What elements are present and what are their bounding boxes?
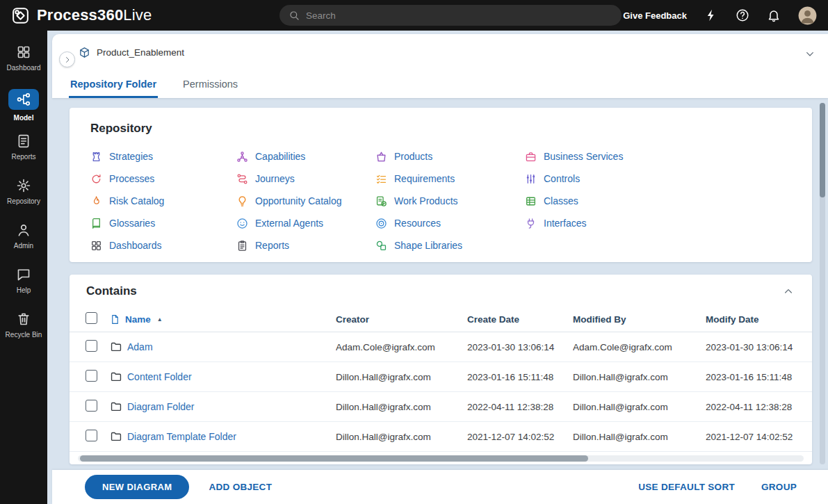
folder-link[interactable]: Diagram Folder bbox=[127, 401, 194, 412]
reports-icon bbox=[16, 133, 31, 149]
column-header-creator[interactable]: Creator bbox=[336, 314, 467, 325]
sidebar-item-recycle-bin[interactable]: Recycle Bin bbox=[0, 311, 47, 356]
repo-link-label: Products bbox=[394, 151, 432, 162]
app-logo[interactable]: Process360Live bbox=[11, 6, 152, 25]
table-body: AdamAdam.Cole@igrafx.com2023-01-30 13:06… bbox=[70, 332, 812, 452]
give-feedback-button[interactable]: Give Feedback bbox=[623, 10, 687, 21]
repo-link-glossaries[interactable]: Glossaries bbox=[90, 218, 236, 229]
repo-link-capabilities[interactable]: Capabilities bbox=[236, 151, 375, 163]
repo-link-products[interactable]: Products bbox=[375, 151, 525, 163]
repo-link-label: Risk Catalog bbox=[109, 195, 164, 206]
table-row[interactable]: Diagram FolderDillon.Hall@igrafx.com2022… bbox=[70, 392, 812, 422]
cell-modified-by: Dillon.Hall@igrafx.com bbox=[573, 372, 706, 382]
repo-link-journeys[interactable]: Journeys bbox=[236, 173, 375, 185]
breadcrumb-label: Product_Enablement bbox=[97, 47, 184, 58]
sidebar-item-help[interactable]: Help bbox=[0, 267, 47, 311]
horizontal-scrollbar-thumb[interactable] bbox=[80, 455, 588, 462]
repo-link-shape-libraries[interactable]: Shape Libraries bbox=[375, 240, 525, 252]
sidebar-item-label: Recycle Bin bbox=[6, 331, 42, 339]
repo-link-risk-catalog[interactable]: Risk Catalog bbox=[90, 195, 236, 207]
new-diagram-button[interactable]: NEW DIAGRAM bbox=[85, 475, 189, 499]
repo-link-classes[interactable]: Classes bbox=[525, 195, 791, 207]
cell-create-date: 2023-01-16 15:11:48 bbox=[467, 372, 573, 382]
collapse-header-chevron-icon[interactable] bbox=[804, 49, 815, 60]
expand-panel-button[interactable] bbox=[59, 51, 75, 67]
column-header-modified-by[interactable]: Modified By bbox=[573, 314, 706, 325]
collapse-contains-chevron-icon[interactable] bbox=[783, 286, 794, 297]
notifications-bell-icon[interactable] bbox=[767, 8, 781, 22]
sidebar-item-model[interactable]: Model bbox=[0, 89, 47, 133]
row-checkbox[interactable] bbox=[86, 400, 97, 412]
igrafx-logo-icon bbox=[11, 6, 30, 25]
search-input[interactable] bbox=[306, 10, 612, 21]
folder-link[interactable]: Adam bbox=[127, 341, 153, 352]
sidebar-item-label: Admin bbox=[14, 242, 33, 250]
column-header-create-date[interactable]: Create Date bbox=[467, 314, 573, 325]
products-icon bbox=[375, 151, 387, 163]
repo-link-reports[interactable]: Reports bbox=[236, 240, 375, 252]
repo-link-requirements[interactable]: Requirements bbox=[375, 173, 525, 185]
table-row[interactable]: Diagram Template FolderDillon.Hall@igraf… bbox=[70, 422, 812, 452]
column-header-name[interactable]: Name▲ bbox=[110, 314, 336, 325]
repository-links-grid: StrategiesProcessesRisk CatalogGlossarie… bbox=[90, 145, 791, 257]
repo-link-dashboards[interactable]: Dashboards bbox=[90, 240, 236, 252]
vertical-scrollbar-thumb[interactable] bbox=[820, 103, 825, 197]
folder-icon bbox=[110, 371, 122, 383]
row-checkbox[interactable] bbox=[86, 340, 97, 352]
sidebar-item-admin[interactable]: Admin bbox=[0, 222, 47, 267]
select-all-checkbox[interactable] bbox=[86, 312, 97, 324]
cell-create-date: 2023-01-30 13:06:14 bbox=[467, 342, 573, 352]
repo-link-external-agents[interactable]: External Agents bbox=[236, 218, 375, 229]
repo-link-label: Work Products bbox=[394, 195, 458, 206]
repo-link-label: Classes bbox=[544, 195, 578, 206]
processes-icon bbox=[90, 173, 102, 185]
repo-link-label: Shape Libraries bbox=[394, 240, 462, 251]
cell-modify-date: 2023-01-30 13:06:14 bbox=[706, 342, 812, 352]
row-checkbox[interactable] bbox=[86, 370, 97, 382]
report-clipboard-icon bbox=[236, 240, 248, 252]
folder-link[interactable]: Content Folder bbox=[127, 371, 192, 382]
column-header-modify-date[interactable]: Modify Date bbox=[706, 314, 812, 325]
help-icon[interactable] bbox=[736, 8, 749, 22]
sidebar-item-reports[interactable]: Reports bbox=[0, 133, 47, 178]
tab-repository-folder[interactable]: Repository Folder bbox=[69, 79, 158, 98]
repo-link-label: Reports bbox=[255, 240, 289, 251]
admin-icon bbox=[16, 222, 31, 238]
table-row[interactable]: AdamAdam.Cole@igrafx.com2023-01-30 13:06… bbox=[70, 332, 812, 362]
use-default-sort-button[interactable]: USE DEFAULT SORT bbox=[638, 482, 735, 492]
model-icon bbox=[8, 89, 39, 110]
table-row[interactable]: Content FolderDillon.Hall@igrafx.com2023… bbox=[70, 362, 812, 392]
top-actions: Give Feedback bbox=[623, 6, 817, 25]
repo-link-interfaces[interactable]: Interfaces bbox=[525, 218, 791, 229]
sidebar-item-repository[interactable]: Repository bbox=[0, 178, 47, 222]
repo-link-resources[interactable]: Resources bbox=[375, 218, 525, 229]
cell-modify-date: 2022-04-11 12:38:28 bbox=[706, 402, 812, 412]
repo-link-strategies[interactable]: Strategies bbox=[90, 151, 236, 163]
repo-link-work-products[interactable]: Work Products bbox=[375, 195, 525, 207]
sidebar-nav: DashboardModelReportsRepositoryAdminHelp… bbox=[0, 31, 47, 504]
sort-ascending-icon: ▲ bbox=[157, 316, 163, 323]
repo-link-opportunity-catalog[interactable]: Opportunity Catalog bbox=[236, 195, 375, 207]
main-content: Product_Enablement Repository FolderPerm… bbox=[47, 31, 828, 504]
folder-link[interactable]: Diagram Template Folder bbox=[127, 431, 236, 442]
add-object-button[interactable]: ADD OBJECT bbox=[209, 482, 272, 492]
repo-link-label: Interfaces bbox=[544, 218, 586, 229]
top-header: Process360Live Give Feedback bbox=[0, 0, 828, 31]
repo-link-label: Journeys bbox=[255, 173, 295, 184]
tab-permissions[interactable]: Permissions bbox=[181, 79, 239, 98]
vertical-scrollbar[interactable] bbox=[820, 103, 825, 464]
repo-link-label: Resources bbox=[394, 218, 441, 229]
repo-link-business-services[interactable]: Business Services bbox=[525, 151, 791, 163]
repo-link-processes[interactable]: Processes bbox=[90, 173, 236, 185]
user-avatar[interactable] bbox=[798, 6, 817, 25]
group-button[interactable]: GROUP bbox=[761, 482, 797, 492]
sidebar-item-label: Model bbox=[14, 114, 34, 122]
glossaries-icon bbox=[90, 218, 102, 229]
search-icon bbox=[289, 10, 300, 21]
row-checkbox[interactable] bbox=[86, 430, 97, 441]
cell-creator: Adam.Cole@igrafx.com bbox=[336, 342, 467, 352]
lightning-icon[interactable] bbox=[704, 8, 718, 22]
repo-link-controls[interactable]: Controls bbox=[525, 173, 791, 185]
sidebar-item-dashboard[interactable]: Dashboard bbox=[0, 44, 47, 89]
horizontal-scrollbar[interactable] bbox=[78, 455, 804, 462]
